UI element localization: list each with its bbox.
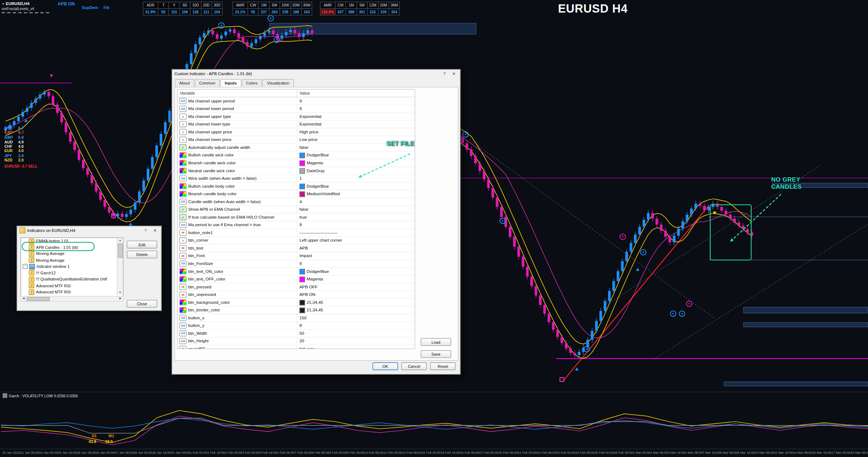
close-button[interactable]: Close (127, 300, 157, 308)
scroll-left-icon[interactable]: ◀ (21, 297, 26, 301)
tab-inputs[interactable]: Inputs (220, 79, 241, 87)
scroll-right-icon[interactable]: ▶ (118, 297, 123, 301)
param-row[interactable]: 123Wick width (when Auto width = false)1 (178, 175, 415, 183)
dialog-help-button[interactable]: ? (441, 70, 449, 77)
param-value-cell[interactable]: 21,34,45 (297, 306, 415, 314)
scroll-down-icon[interactable]: ▼ (117, 290, 123, 295)
param-value-cell[interactable]: MediumVioletRed (297, 190, 415, 197)
param-row[interactable]: btn_background_color21,34,45 (178, 299, 415, 307)
dialog-help-button[interactable]: ? (142, 227, 150, 234)
param-value-cell[interactable]: 9 (297, 260, 415, 267)
param-row[interactable]: Bullish candle wick colorDodgerBlue (178, 152, 415, 160)
dialog-titlebar[interactable]: Indicators on EURUSD,H4 ? ✕ (17, 226, 161, 234)
param-row[interactable]: Bullish candle body colorDodgerBlue (178, 183, 415, 191)
param-value-cell[interactable]: 50 (297, 330, 415, 337)
param-value-cell[interactable]: Left upper chart corner (297, 237, 415, 244)
param-row[interactable]: ≡btn_cornerLeft upper chart corner (178, 237, 415, 245)
param-row[interactable]: 123Candle width (when Auto width = false… (178, 198, 415, 206)
cancel-button[interactable]: Cancel (401, 362, 427, 370)
param-value-cell[interactable]: false (297, 206, 415, 213)
tab-about[interactable]: About (175, 79, 194, 87)
dialog-titlebar[interactable]: Custom Indicator - APB Candles - 1.01 (b… (172, 70, 460, 78)
param-value-cell[interactable]: Exponential (297, 113, 415, 120)
param-value-cell[interactable]: Magenta (297, 159, 415, 166)
param-value-cell[interactable]: APB ON (297, 291, 415, 298)
param-value-cell[interactable]: 1 (297, 175, 415, 182)
param-value-cell[interactable]: 4 (297, 198, 415, 205)
tab-colors[interactable]: Colors (242, 79, 262, 87)
param-value-cell[interactable]: APB OFF (297, 283, 415, 291)
param-value-cell[interactable]: --------------------------- (297, 229, 415, 236)
save-button[interactable]: Save (421, 350, 451, 358)
indicator-list-item[interactable]: −Indicator window 1 (21, 263, 123, 270)
param-value-cell[interactable]: APB (297, 245, 415, 252)
fib-label[interactable]: Fib (104, 5, 110, 10)
scrollbar-thumb[interactable] (118, 243, 123, 258)
param-row[interactable]: ≡Ma channel upper priceHigh price (178, 128, 415, 136)
param-row[interactable]: absoundBTtick.wav (178, 345, 415, 349)
param-row[interactable]: ≡Ma channel lower typeExponential (178, 120, 415, 128)
param-row[interactable]: 123btn_FontSize9 (178, 260, 415, 268)
param-value-cell[interactable]: Magenta (297, 275, 415, 283)
tab-visualization[interactable]: Visualization (263, 79, 294, 87)
param-value-cell[interactable]: 8 (297, 221, 415, 228)
param-row[interactable]: 123btn_Width50 (178, 330, 415, 338)
indicator-list-item[interactable]: ƒAPB Candles - 1.01 (bt) (21, 244, 123, 251)
param-row[interactable]: abbtn_textAPB (178, 245, 415, 252)
load-button[interactable]: Load (421, 338, 451, 346)
panel-divider[interactable] (0, 392, 868, 392)
param-row[interactable]: 123Ma channel lower period9 (178, 105, 415, 113)
param-row[interactable]: ✓Automatically adjust candle widthfalse (178, 144, 415, 152)
param-value-cell[interactable]: DodgerBlue (297, 152, 415, 159)
reset-button[interactable]: Reset (430, 362, 456, 370)
param-row[interactable]: abbtn_unpressedAPB ON (178, 291, 415, 299)
indicator-list-item[interactable]: ƒMoving Average (21, 251, 123, 257)
param-value-cell[interactable]: 9 (297, 105, 415, 112)
param-row[interactable]: 123button_x150 (178, 314, 415, 322)
scroll-up-icon[interactable]: ▲ (117, 238, 123, 243)
supdem-label[interactable]: SupDem (82, 5, 98, 10)
param-row[interactable]: ✓If true calculate based on EMA HI/LO Ch… (178, 214, 415, 221)
param-value-cell[interactable]: Exponential (297, 120, 415, 128)
horizontal-scrollbar[interactable]: ◀ ▶ (21, 296, 123, 301)
param-value-cell[interactable]: 150 (297, 314, 415, 321)
indicator-list-item[interactable]: ƒAdvanced MTF RSI (21, 289, 123, 295)
param-row[interactable]: 123Ma period to use if Ema channel = tru… (178, 221, 415, 229)
param-row[interactable]: Neutral candle wick colorDarkGray (178, 167, 415, 175)
param-row[interactable]: Bearish candle body colorMediumVioletRed (178, 190, 415, 198)
param-value-cell[interactable]: DodgerBlue (297, 183, 415, 190)
param-row[interactable]: btn_border_color21,34,45 (178, 306, 415, 314)
param-row[interactable]: ≡Ma channel lower priceLow price (178, 136, 415, 144)
indicator-list-item[interactable]: ƒ!!! QualitativeQuantitativeEstimation (… (21, 276, 123, 283)
param-row[interactable]: abbtn_pressedAPB OFF (178, 283, 415, 291)
ok-button[interactable]: OK (373, 362, 398, 370)
param-row[interactable]: btn_text_OFF_colorMagenta (178, 275, 415, 283)
tab-common[interactable]: Common (195, 79, 220, 87)
param-value-cell[interactable]: DodgerBlue (297, 268, 415, 275)
scrollbar-thumb[interactable] (27, 297, 50, 301)
param-value-cell[interactable]: 20 (297, 338, 415, 345)
param-row[interactable]: 123Ma channel upper period9 (178, 97, 415, 105)
param-value-cell[interactable]: tick.wav (297, 345, 415, 349)
param-value-cell[interactable]: 9 (297, 97, 415, 105)
param-row[interactable]: btn_text_ON_colorDodgerBlue (178, 268, 415, 276)
param-row[interactable]: 123button_y8 (178, 322, 415, 330)
vertical-scrollbar[interactable]: ▲ ▼ (117, 238, 123, 295)
param-row[interactable]: abbutton_note1--------------------------… (178, 229, 415, 237)
time-axis[interactable]: 20 Jan 202221 Jan 08:0024 Jan 00:0024 Ja… (0, 450, 868, 457)
tree-collapse-icon[interactable]: − (23, 264, 28, 269)
dialog-close-button[interactable]: ✕ (151, 227, 159, 234)
indicator-list-item[interactable]: ƒAdvanced MTF RSI (21, 283, 123, 289)
param-row[interactable]: abbtn_FontImpact (178, 252, 415, 260)
param-row[interactable]: ✓Show APB or EMA Channelfalse (178, 206, 415, 214)
param-row[interactable]: Bearish candle wick colorMagenta (178, 159, 415, 167)
param-value-cell[interactable]: 21,34,45 (297, 299, 415, 306)
dialog-close-button[interactable]: ✕ (450, 70, 458, 77)
param-row[interactable]: 123btn_Height20 (178, 338, 415, 346)
indicator-list-item[interactable]: ƒMoving Average (21, 257, 123, 264)
edit-button[interactable]: Edit (127, 241, 157, 248)
param-value-cell[interactable]: DarkGray (297, 167, 415, 174)
indicator-list-item[interactable]: ƒEMMA button 1.01 (21, 238, 123, 245)
param-value-cell[interactable]: High price (297, 128, 415, 136)
param-value-cell[interactable]: Impact (297, 252, 415, 260)
